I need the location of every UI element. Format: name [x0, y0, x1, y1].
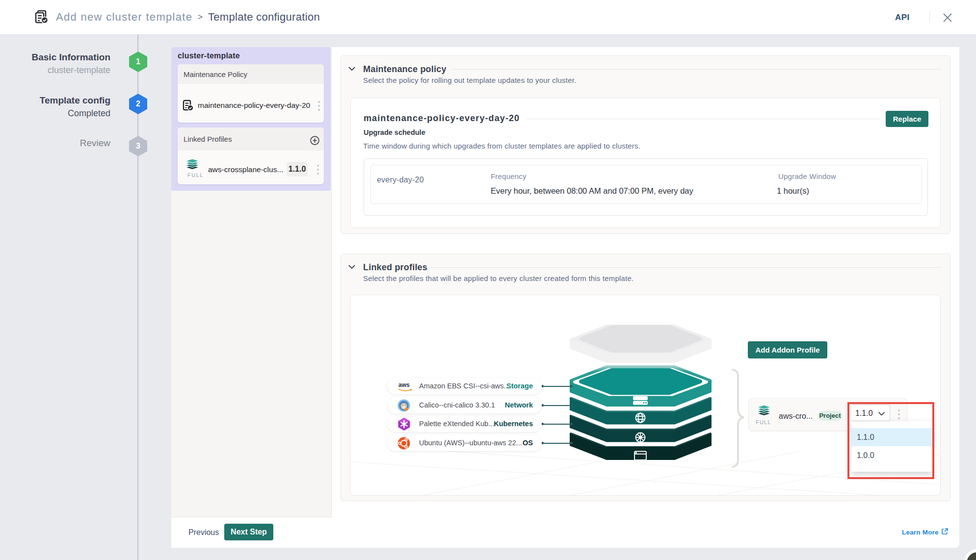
- svg-text:aws: aws: [398, 382, 410, 388]
